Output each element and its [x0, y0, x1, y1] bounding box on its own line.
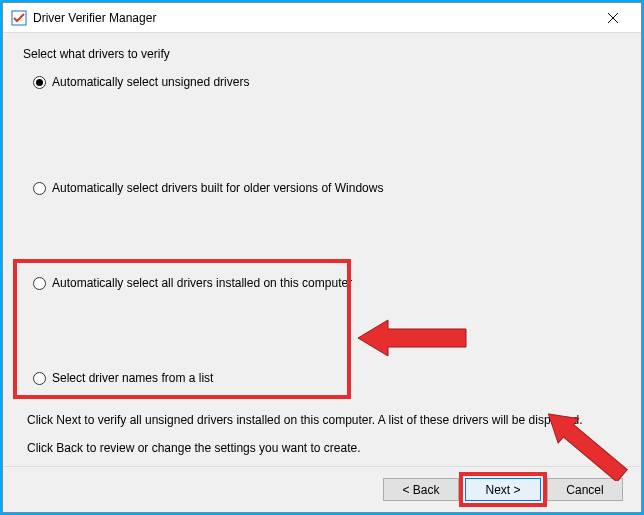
annotation-arrow-options	[358, 315, 468, 361]
button-bar: < Back Next > Cancel	[3, 466, 641, 512]
window-title: Driver Verifier Manager	[33, 11, 593, 25]
radio-icon	[33, 277, 46, 290]
cancel-button[interactable]: Cancel	[547, 478, 623, 501]
radio-icon	[33, 372, 46, 385]
radio-option-unsigned[interactable]: Automatically select unsigned drivers	[33, 75, 621, 89]
radio-option-from-list[interactable]: Select driver names from a list	[33, 371, 621, 385]
driver-verifier-window: Driver Verifier Manager Select what driv…	[2, 2, 642, 513]
radio-option-older-windows[interactable]: Automatically select drivers built for o…	[33, 181, 621, 195]
radio-option-all-drivers[interactable]: Automatically select all drivers install…	[33, 276, 621, 290]
section-label: Select what drivers to verify	[23, 47, 621, 61]
radio-label: Automatically select unsigned drivers	[52, 75, 249, 89]
content-area: Select what drivers to verify Automatica…	[3, 33, 641, 466]
radio-label: Automatically select all drivers install…	[52, 276, 352, 290]
svg-marker-3	[358, 320, 466, 356]
radio-label: Automatically select drivers built for o…	[52, 181, 383, 195]
titlebar: Driver Verifier Manager	[3, 3, 641, 33]
radio-label: Select driver names from a list	[52, 371, 213, 385]
help-text-line2: Click Back to review or change the setti…	[27, 441, 621, 455]
help-text-line1: Click Next to verify all unsigned driver…	[27, 413, 621, 427]
back-button[interactable]: < Back	[383, 478, 459, 501]
next-button[interactable]: Next >	[465, 478, 541, 501]
app-icon	[11, 10, 27, 26]
close-icon	[608, 13, 618, 23]
radio-icon	[33, 182, 46, 195]
radio-icon	[33, 76, 46, 89]
close-button[interactable]	[593, 4, 633, 32]
